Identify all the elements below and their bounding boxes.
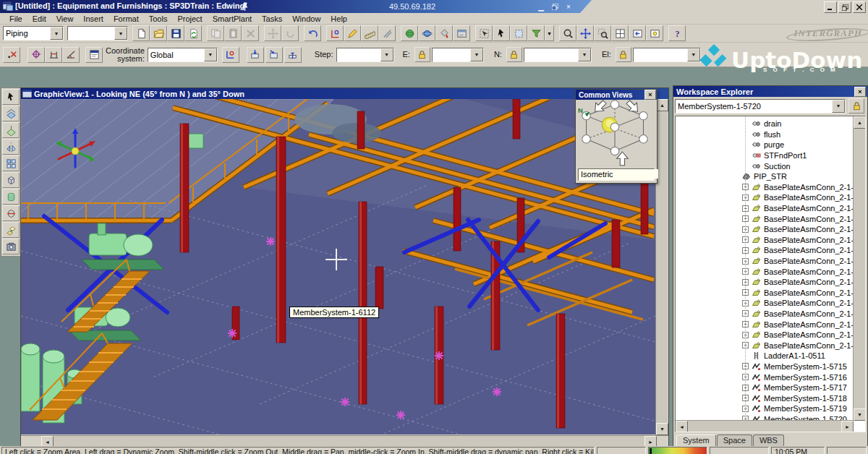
restore-button[interactable] (838, 1, 851, 13)
tree-item[interactable]: +MemberSystem-1-5717 (676, 382, 854, 393)
construction-aids-button[interactable] (378, 25, 396, 41)
angle-lock-button[interactable] (62, 47, 80, 63)
select-by-fence-button[interactable] (493, 25, 510, 41)
menu-item-view[interactable]: View (51, 14, 79, 24)
active-object-combo[interactable]: ▼ (675, 99, 846, 113)
tab-system[interactable]: System (676, 434, 716, 446)
minimize-button[interactable] (824, 1, 837, 13)
reposition-target-button[interactable] (222, 47, 239, 63)
chevron-down-icon[interactable]: ▼ (380, 48, 393, 61)
chevron-down-icon[interactable]: ▼ (832, 100, 845, 113)
tree-item-label[interactable]: BasePlateAsmConn_2-1-070 (764, 341, 854, 350)
scroll-down-icon[interactable]: ▼ (656, 423, 668, 435)
help-button[interactable]: ? (668, 25, 686, 41)
scroll-left-icon[interactable]: ◄ (41, 436, 54, 446)
move-button[interactable] (264, 25, 281, 41)
tree-item[interactable]: +BasePlateAsmConn_2-1-070 (676, 298, 854, 309)
tree-item-label[interactable]: BasePlateAsmConn_2-1-070 (764, 320, 854, 329)
tree-item-label[interactable]: BasePlateAsmConn_2-1-070 (764, 309, 854, 318)
elevation-combo[interactable]: ▼ (633, 48, 701, 62)
tab-wbs[interactable]: WBS (753, 434, 784, 446)
open-button[interactable] (150, 25, 167, 41)
lock-button[interactable] (848, 98, 864, 113)
tree-item-label[interactable]: LadderA1-1-0511 (764, 351, 825, 360)
tree-item-label[interactable]: Suction (764, 162, 791, 171)
tree-item[interactable]: LadderA1-1-0511 (676, 351, 854, 361)
north-target-button[interactable] (265, 47, 283, 63)
tree-item[interactable]: +BasePlateAsmConn_2-1-061 (676, 224, 854, 235)
tree-item-label[interactable]: BasePlateAsmConn_2-1-061 (764, 204, 854, 213)
tree-item-label[interactable]: BasePlateAsmConn_2-1-060 (764, 183, 854, 192)
tree-item-label[interactable]: BasePlateAsmConn_2-1-061 (764, 257, 854, 265)
smartsketch-button[interactable] (344, 25, 361, 41)
menu-item-help[interactable]: Help (326, 14, 352, 24)
title-bar[interactable]: [Untitled] : Equipment and Furnishings :… (0, 0, 868, 13)
scroll-right-icon[interactable]: ► (841, 421, 854, 432)
tree-item-label[interactable]: BasePlateAsmConn_2-1-061 (764, 193, 854, 202)
menu-item-format[interactable]: Format (109, 14, 144, 24)
tree-item[interactable]: +BasePlateAsmConn_2-1-061 (676, 235, 854, 246)
common-views-toggle-button[interactable] (646, 25, 663, 41)
tree-item[interactable]: +BasePlateAsmConn_2-1-070 (676, 330, 854, 340)
north-input[interactable] (524, 48, 578, 61)
pattern-copy-button[interactable] (2, 155, 20, 171)
tree-item[interactable]: +BasePlateAsmConn_2-1-070 (676, 288, 854, 299)
style-selector-combo[interactable]: ▼ (67, 26, 128, 40)
north-combo[interactable]: ▼ (524, 48, 592, 62)
locate-filter-button[interactable] (527, 25, 545, 41)
lock-east-button[interactable] (414, 47, 430, 62)
tree-item-label[interactable]: MemberSystem-1-5718 (764, 394, 847, 403)
surface-style-rules-button[interactable] (401, 25, 418, 41)
tree-hscrollbar[interactable]: ◄ ► (676, 420, 854, 432)
mirror-copy-button[interactable] (2, 139, 20, 155)
tree-item[interactable]: +MemberSystem-1-5719 (676, 403, 854, 414)
tree-item-label[interactable]: BasePlateAsmConn_2-1-070 (764, 330, 854, 339)
menu-item-edit[interactable]: Edit (27, 14, 51, 24)
measure-button[interactable] (361, 25, 378, 41)
tree-vscrollbar[interactable]: ▲ ▼ (853, 116, 865, 421)
tree-item[interactable]: +BasePlateAsmConn_2-1-070 (676, 266, 854, 277)
close-button[interactable] (853, 1, 866, 13)
tree-item[interactable]: drain (676, 119, 854, 129)
menu-item-tasks[interactable]: Tasks (257, 14, 287, 24)
style-selector-input[interactable] (68, 27, 114, 40)
tree-item[interactable]: +BasePlateAsmConn_2-1-070 (676, 309, 854, 320)
rdp-restore-button[interactable] (550, 2, 559, 11)
chevron-down-icon[interactable]: ▼ (50, 27, 63, 40)
lock-north-button[interactable] (506, 47, 522, 62)
menu-item-file[interactable]: File (4, 14, 27, 24)
menu-item-smartplant[interactable]: SmartPlant (208, 14, 257, 24)
menu-item-tools[interactable]: Tools (144, 14, 173, 24)
tree-item-label[interactable]: BasePlateAsmConn_2-1-061 (764, 236, 854, 244)
place-plane-button[interactable] (2, 122, 20, 138)
tree-item-label[interactable]: MemberSystem-1-5719 (764, 404, 847, 413)
pan-button[interactable] (576, 25, 594, 41)
clip-volume-button[interactable] (2, 205, 20, 221)
tree-item-label[interactable]: MemberSystem-1-5716 (764, 373, 847, 382)
fit-button[interactable] (611, 25, 629, 41)
task-selector-input[interactable] (4, 27, 50, 40)
3d-viewport[interactable]: MemberSystem-1-6112 (21, 99, 655, 434)
format-view-button[interactable] (453, 25, 470, 41)
tree-item[interactable]: +BasePlateAsmConn_2-1-070 (676, 340, 854, 351)
pinpoint-button[interactable] (326, 25, 344, 41)
render-surface-button[interactable] (2, 106, 20, 121)
locate-filter-dropdown-button[interactable]: ▼ (545, 25, 554, 41)
tree-item-label[interactable]: BasePlateAsmConn_2-1-070 (764, 299, 854, 307)
step-combo[interactable]: ▼ (336, 48, 394, 62)
tree-item-label[interactable]: BasePlateAsmConn_2-1-061 (764, 246, 854, 254)
tree-item[interactable]: +BasePlateAsmConn_2-1-060 (676, 182, 854, 193)
chevron-down-icon[interactable]: ▼ (204, 48, 217, 61)
cylinder-button[interactable] (2, 189, 20, 205)
copy-object-button[interactable] (2, 222, 20, 238)
close-icon[interactable]: × (854, 87, 866, 97)
scroll-down-icon[interactable]: ▼ (854, 408, 866, 421)
close-pinpoint-button[interactable] (3, 47, 20, 63)
tree-item[interactable]: STFndPort1 (676, 150, 854, 161)
tree-item-label[interactable]: MemberSystem-1-5715 (764, 362, 847, 371)
view-name-field[interactable] (578, 168, 655, 181)
rotate-button[interactable] (281, 25, 299, 41)
tree-item-label[interactable]: BasePlateAsmConn_2-1-070 (764, 288, 854, 297)
tree-item-label[interactable]: BasePlateAsmConn_2-1-070 (764, 278, 854, 286)
tree-item-label[interactable]: drain (764, 119, 781, 128)
